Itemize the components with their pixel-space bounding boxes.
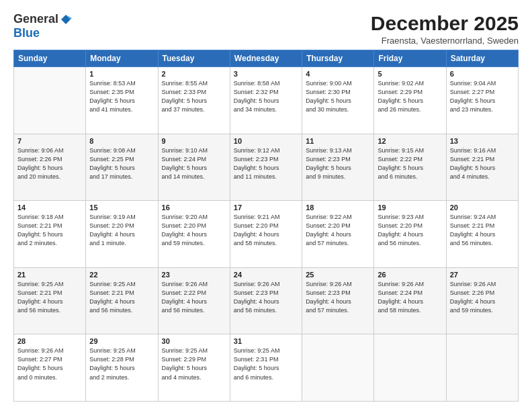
day-info: Sunrise: 9:00 AM Sunset: 2:30 PM Dayligh…	[306, 79, 370, 114]
day-info: Sunrise: 9:26 AM Sunset: 2:24 PM Dayligh…	[378, 280, 442, 315]
calendar-day-cell: 6Sunrise: 9:04 AM Sunset: 2:27 PM Daylig…	[446, 67, 518, 134]
calendar-day-cell: 8Sunrise: 9:08 AM Sunset: 2:25 PM Daylig…	[86, 134, 158, 201]
day-number: 22	[89, 271, 154, 279]
subtitle: Fraensta, Vaesternorrland, Sweden	[371, 36, 519, 46]
calendar-week-row: 14Sunrise: 9:18 AM Sunset: 2:21 PM Dayli…	[14, 201, 519, 268]
calendar-day-cell: 15Sunrise: 9:19 AM Sunset: 2:20 PM Dayli…	[86, 201, 158, 268]
calendar-week-row: 1Sunrise: 8:53 AM Sunset: 2:35 PM Daylig…	[14, 67, 519, 134]
calendar-day-cell: 10Sunrise: 9:12 AM Sunset: 2:23 PM Dayli…	[230, 134, 302, 201]
day-info: Sunrise: 9:15 AM Sunset: 2:22 PM Dayligh…	[378, 146, 442, 181]
logo-icon	[60, 13, 72, 26]
calendar-day-cell: 18Sunrise: 9:22 AM Sunset: 2:20 PM Dayli…	[302, 201, 374, 268]
calendar-day-cell: 26Sunrise: 9:26 AM Sunset: 2:24 PM Dayli…	[374, 267, 446, 334]
day-number: 17	[234, 203, 298, 212]
day-number: 29	[89, 337, 154, 345]
calendar-week-row: 7Sunrise: 9:06 AM Sunset: 2:26 PM Daylig…	[14, 134, 519, 201]
day-info: Sunrise: 8:58 AM Sunset: 2:32 PM Dayligh…	[234, 79, 298, 114]
calendar-week-row: 21Sunrise: 9:25 AM Sunset: 2:21 PM Dayli…	[14, 267, 519, 334]
calendar-day-cell: 4Sunrise: 9:00 AM Sunset: 2:30 PM Daylig…	[302, 67, 374, 134]
day-info: Sunrise: 9:25 AM Sunset: 2:28 PM Dayligh…	[89, 347, 154, 381]
calendar-table: SundayMondayTuesdayWednesdayThursdayFrid…	[13, 50, 519, 402]
calendar-day-header: Sunday	[14, 50, 86, 67]
day-number: 6	[450, 70, 515, 78]
calendar-day-cell: 27Sunrise: 9:26 AM Sunset: 2:26 PM Dayli…	[446, 267, 518, 334]
day-number: 3	[234, 70, 298, 78]
main-title: December 2025	[371, 12, 519, 34]
calendar-day-cell: 28Sunrise: 9:26 AM Sunset: 2:27 PM Dayli…	[14, 334, 86, 402]
day-info: Sunrise: 9:26 AM Sunset: 2:22 PM Dayligh…	[162, 280, 226, 315]
day-info: Sunrise: 9:25 AM Sunset: 2:21 PM Dayligh…	[89, 280, 154, 315]
day-number: 12	[378, 137, 442, 145]
day-info: Sunrise: 9:21 AM Sunset: 2:20 PM Dayligh…	[234, 213, 298, 248]
calendar-day-cell: 14Sunrise: 9:18 AM Sunset: 2:21 PM Dayli…	[14, 201, 86, 268]
calendar-day-header: Tuesday	[158, 50, 230, 67]
day-number: 25	[306, 271, 370, 279]
calendar-day-cell: 16Sunrise: 9:20 AM Sunset: 2:20 PM Dayli…	[158, 201, 230, 268]
calendar-day-cell: 22Sunrise: 9:25 AM Sunset: 2:21 PM Dayli…	[86, 267, 158, 334]
day-number: 7	[17, 137, 82, 145]
calendar-day-cell: 9Sunrise: 9:10 AM Sunset: 2:24 PM Daylig…	[158, 134, 230, 201]
calendar-day-cell: 5Sunrise: 9:02 AM Sunset: 2:29 PM Daylig…	[374, 67, 446, 134]
calendar-header-row: SundayMondayTuesdayWednesdayThursdayFrid…	[14, 50, 519, 67]
logo-blue-text: Blue	[13, 26, 40, 40]
calendar-day-cell: 24Sunrise: 9:26 AM Sunset: 2:23 PM Dayli…	[230, 267, 302, 334]
day-number: 21	[17, 271, 82, 279]
day-info: Sunrise: 9:06 AM Sunset: 2:26 PM Dayligh…	[17, 146, 82, 181]
title-section: December 2025 Fraensta, Vaesternorrland,…	[371, 12, 519, 46]
day-info: Sunrise: 9:02 AM Sunset: 2:29 PM Dayligh…	[378, 79, 442, 114]
calendar-day-header: Monday	[86, 50, 158, 67]
day-info: Sunrise: 9:26 AM Sunset: 2:26 PM Dayligh…	[450, 280, 515, 315]
day-info: Sunrise: 9:16 AM Sunset: 2:21 PM Dayligh…	[450, 146, 515, 181]
day-number: 27	[450, 271, 515, 279]
day-number: 1	[89, 70, 154, 78]
calendar-day-cell: 3Sunrise: 8:58 AM Sunset: 2:32 PM Daylig…	[230, 67, 302, 134]
day-number: 24	[234, 271, 298, 279]
header: General Blue December 2025 Fraensta, Vae…	[13, 12, 519, 46]
day-number: 15	[89, 203, 154, 212]
day-info: Sunrise: 9:25 AM Sunset: 2:21 PM Dayligh…	[17, 280, 82, 315]
day-info: Sunrise: 9:22 AM Sunset: 2:20 PM Dayligh…	[306, 213, 370, 248]
day-info: Sunrise: 9:08 AM Sunset: 2:25 PM Dayligh…	[89, 146, 154, 181]
calendar-day-cell: 7Sunrise: 9:06 AM Sunset: 2:26 PM Daylig…	[14, 134, 86, 201]
day-number: 26	[378, 271, 442, 279]
day-number: 16	[162, 203, 226, 212]
day-number: 18	[306, 203, 370, 212]
calendar-day-header: Thursday	[302, 50, 374, 67]
calendar-day-cell: 19Sunrise: 9:23 AM Sunset: 2:20 PM Dayli…	[374, 201, 446, 268]
day-info: Sunrise: 9:24 AM Sunset: 2:21 PM Dayligh…	[450, 213, 515, 248]
calendar-day-cell: 1Sunrise: 8:53 AM Sunset: 2:35 PM Daylig…	[86, 67, 158, 134]
page: General Blue December 2025 Fraensta, Vae…	[0, 0, 532, 411]
calendar-day-cell: 2Sunrise: 8:55 AM Sunset: 2:33 PM Daylig…	[158, 67, 230, 134]
day-number: 4	[306, 70, 370, 78]
day-info: Sunrise: 9:19 AM Sunset: 2:20 PM Dayligh…	[89, 213, 154, 248]
day-info: Sunrise: 9:26 AM Sunset: 2:23 PM Dayligh…	[306, 280, 370, 315]
calendar-day-header: Saturday	[446, 50, 518, 67]
day-number: 5	[378, 70, 442, 78]
calendar-day-cell: 20Sunrise: 9:24 AM Sunset: 2:21 PM Dayli…	[446, 201, 518, 268]
day-number: 30	[162, 337, 226, 345]
calendar-day-cell: 12Sunrise: 9:15 AM Sunset: 2:22 PM Dayli…	[374, 134, 446, 201]
day-number: 13	[450, 137, 515, 145]
day-info: Sunrise: 9:23 AM Sunset: 2:20 PM Dayligh…	[378, 213, 442, 248]
day-info: Sunrise: 9:04 AM Sunset: 2:27 PM Dayligh…	[450, 79, 515, 114]
svg-marker-0	[61, 15, 71, 24]
day-number: 19	[378, 203, 442, 212]
day-info: Sunrise: 9:25 AM Sunset: 2:29 PM Dayligh…	[162, 347, 226, 381]
logo-general-text: General	[13, 12, 58, 26]
calendar-week-row: 28Sunrise: 9:26 AM Sunset: 2:27 PM Dayli…	[14, 334, 519, 402]
day-info: Sunrise: 9:13 AM Sunset: 2:23 PM Dayligh…	[306, 146, 370, 181]
calendar-day-cell	[374, 334, 446, 402]
day-info: Sunrise: 9:20 AM Sunset: 2:20 PM Dayligh…	[162, 213, 226, 248]
calendar-day-cell: 30Sunrise: 9:25 AM Sunset: 2:29 PM Dayli…	[158, 334, 230, 402]
calendar-day-cell	[446, 334, 518, 402]
calendar-day-cell: 23Sunrise: 9:26 AM Sunset: 2:22 PM Dayli…	[158, 267, 230, 334]
day-number: 14	[17, 203, 82, 212]
day-number: 2	[162, 70, 226, 78]
calendar-day-cell: 13Sunrise: 9:16 AM Sunset: 2:21 PM Dayli…	[446, 134, 518, 201]
day-number: 23	[162, 271, 226, 279]
day-info: Sunrise: 8:53 AM Sunset: 2:35 PM Dayligh…	[89, 79, 154, 114]
day-number: 9	[162, 137, 226, 145]
calendar-day-cell: 25Sunrise: 9:26 AM Sunset: 2:23 PM Dayli…	[302, 267, 374, 334]
day-number: 28	[17, 337, 82, 345]
calendar-day-cell: 29Sunrise: 9:25 AM Sunset: 2:28 PM Dayli…	[86, 334, 158, 402]
